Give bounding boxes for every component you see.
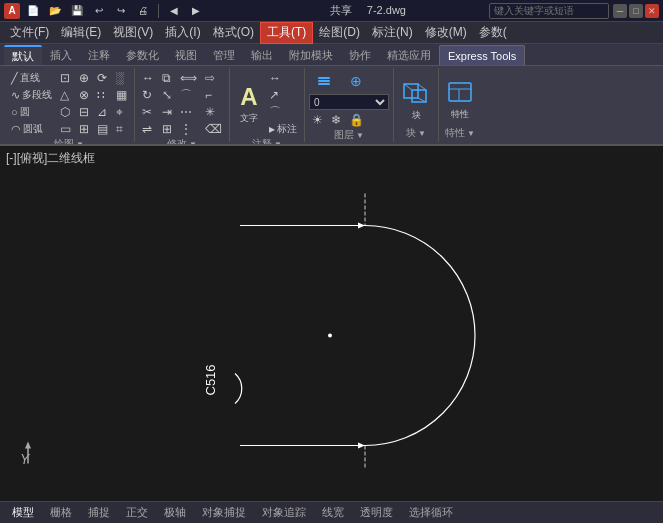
btn-chamfer[interactable]: ⌐ [202, 87, 225, 103]
menu-file[interactable]: 文件(F) [4, 22, 55, 44]
btn-hatch[interactable]: ░ [113, 70, 130, 86]
btn-layer-lock[interactable]: 🔒 [346, 112, 367, 128]
tab-express-tools[interactable]: Express Tools [439, 45, 525, 65]
btn-break[interactable]: ⋯ [177, 104, 200, 120]
menu-format[interactable]: 格式(O) [207, 22, 260, 44]
group-modify-label[interactable]: 修改 ▼ [139, 137, 225, 146]
redo-button[interactable]: ↪ [112, 2, 130, 20]
minimize-button[interactable]: ─ [613, 4, 627, 18]
menu-modify[interactable]: 修改(M) [419, 22, 473, 44]
status-selection-cycle[interactable]: 选择循环 [405, 505, 457, 520]
status-ortho[interactable]: 正交 [122, 505, 152, 520]
tab-annotate[interactable]: 注释 [80, 45, 118, 65]
btn-mirror[interactable]: ⇌ [139, 121, 157, 137]
btn-fillet[interactable]: ⌒ [177, 87, 200, 103]
tab-default[interactable]: 默认 [4, 45, 42, 65]
btn-dim-more[interactable]: ▸标注 [266, 121, 300, 137]
undo-button[interactable]: ↩ [90, 2, 108, 20]
layer-expand-icon: ▼ [356, 131, 364, 140]
menu-view[interactable]: 视图(V) [107, 22, 159, 44]
btn-boundary[interactable]: ⌖ [113, 104, 130, 120]
btn-dim-arc[interactable]: ⌒ [266, 104, 300, 120]
btn-rotate[interactable]: ↻ [139, 87, 157, 103]
btn-tool6[interactable]: ⊗ [76, 87, 92, 103]
open-button[interactable]: 📂 [46, 2, 64, 20]
layer-select[interactable]: 0 [309, 94, 389, 110]
tab-addons[interactable]: 附加模块 [281, 45, 341, 65]
status-polar[interactable]: 极轴 [160, 505, 190, 520]
btn-text-large[interactable]: A 文字 [234, 77, 264, 131]
btn-trim[interactable]: ✂ [139, 104, 157, 120]
btn-gradient[interactable]: ▦ [113, 87, 130, 103]
btn-explode[interactable]: ✳ [202, 104, 225, 120]
drawing-area[interactable]: [-][俯视]二维线框 C516 [0, 146, 663, 501]
btn-tool5[interactable]: ⊕ [76, 70, 92, 86]
menu-dimension[interactable]: 标注(N) [366, 22, 419, 44]
menu-param[interactable]: 参数( [473, 22, 513, 44]
status-osnap[interactable]: 对象捕捉 [198, 505, 250, 520]
new-button[interactable]: 📄 [24, 2, 42, 20]
forward-button[interactable]: ▶ [187, 2, 205, 20]
btn-insert-block[interactable]: 块 [398, 71, 434, 125]
btn-tool11[interactable]: ⊿ [94, 104, 111, 120]
btn-tool2[interactable]: △ [57, 87, 74, 103]
btn-scale[interactable]: ⤡ [159, 87, 175, 103]
btn-circle[interactable]: ○ 圆 [8, 104, 55, 120]
close-button[interactable]: ✕ [645, 4, 659, 18]
btn-tool3[interactable]: ⬡ [57, 104, 74, 120]
btn-tool9[interactable]: ⟳ [94, 70, 111, 86]
btn-tool1[interactable]: ⊡ [57, 70, 74, 86]
btn-stretch[interactable]: ⟺ [177, 70, 200, 86]
tab-parametric[interactable]: 参数化 [118, 45, 167, 65]
tab-view[interactable]: 视图 [167, 45, 205, 65]
status-transparency[interactable]: 透明度 [356, 505, 397, 520]
btn-layer-on[interactable]: ☀ [309, 112, 326, 128]
tab-insert[interactable]: 插入 [42, 45, 80, 65]
btn-dim-align[interactable]: ↗ [266, 87, 300, 103]
status-snap[interactable]: 捕捉 [84, 505, 114, 520]
btn-copy[interactable]: ⧉ [159, 70, 175, 86]
plot-button[interactable]: 🖨 [134, 2, 152, 20]
menu-draw[interactable]: 绘图(D) [313, 22, 366, 44]
btn-erase[interactable]: ⌫ [202, 121, 225, 137]
group-annotate-label[interactable]: 注释 ▼ [234, 137, 300, 146]
btn-region[interactable]: ⌗ [113, 121, 130, 137]
btn-arc[interactable]: ◠ 圆弧 [8, 121, 55, 137]
btn-offset[interactable]: ⇨ [202, 70, 225, 86]
btn-layer-freeze[interactable]: ❄ [328, 112, 344, 128]
maximize-button[interactable]: □ [629, 4, 643, 18]
search-input[interactable] [489, 3, 609, 19]
status-lweight[interactable]: 线宽 [318, 505, 348, 520]
tab-collaborate[interactable]: 协作 [341, 45, 379, 65]
btn-tool10[interactable]: ∷ [94, 87, 111, 103]
menu-edit[interactable]: 编辑(E) [55, 22, 107, 44]
btn-tool8[interactable]: ⊞ [76, 121, 92, 137]
group-draw-label[interactable]: 绘图 ▼ [8, 137, 130, 146]
status-otrack[interactable]: 对象追踪 [258, 505, 310, 520]
tab-featured[interactable]: 精选应用 [379, 45, 439, 65]
btn-move[interactable]: ↔ [139, 70, 157, 86]
status-grid[interactable]: 栅格 [46, 505, 76, 520]
tab-manage[interactable]: 管理 [205, 45, 243, 65]
btn-properties[interactable]: 特性 [443, 71, 477, 125]
btn-tool12[interactable]: ▤ [94, 121, 111, 137]
status-model[interactable]: 模型 [8, 505, 38, 520]
back-button[interactable]: ◀ [165, 2, 183, 20]
btn-polyline[interactable]: ∿ 多段线 [8, 87, 55, 103]
group-properties-label[interactable]: 特性 ▼ [443, 126, 477, 140]
btn-layer-add[interactable]: ⊕ [341, 70, 371, 92]
menu-insert[interactable]: 插入(I) [159, 22, 206, 44]
btn-extend[interactable]: ⇥ [159, 104, 175, 120]
group-block-label[interactable]: 块 ▼ [398, 126, 434, 140]
btn-tool7[interactable]: ⊟ [76, 104, 92, 120]
btn-more[interactable]: ⋮ [177, 121, 200, 137]
tab-output[interactable]: 输出 [243, 45, 281, 65]
menu-tools[interactable]: 工具(T) [260, 22, 313, 44]
save-button[interactable]: 💾 [68, 2, 86, 20]
btn-dim-linear[interactable]: ↔ [266, 70, 300, 86]
group-layer-label[interactable]: 图层 ▼ [309, 128, 389, 142]
btn-array[interactable]: ⊞ [159, 121, 175, 137]
btn-tool4[interactable]: ▭ [57, 121, 74, 137]
btn-line[interactable]: ╱ 直线 [8, 70, 55, 86]
btn-layer-prev[interactable] [309, 70, 339, 92]
